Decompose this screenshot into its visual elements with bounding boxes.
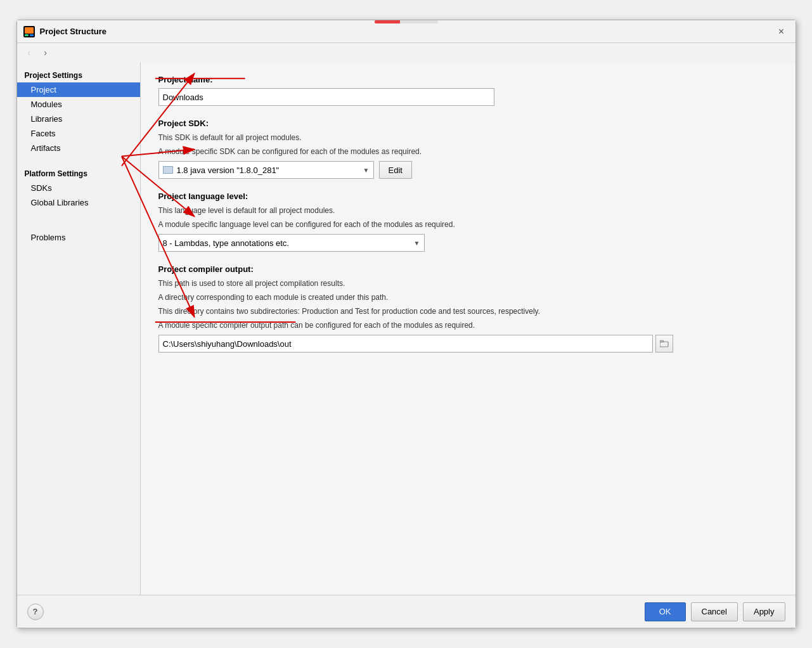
compiler-output-section: Project compiler output: This path is us… [158, 264, 778, 353]
project-sdk-section: Project SDK: This SDK is default for all… [158, 119, 778, 179]
svg-rect-2 [25, 34, 29, 36]
sdk-select-text: 1.8 java version "1.8.0_281" [177, 165, 359, 175]
bottom-bar: ? OK Cancel Apply [17, 595, 796, 628]
title-bar: Project Structure × [17, 20, 796, 43]
sidebar-item-problems[interactable]: Problems [17, 230, 140, 245]
sdk-dropdown[interactable]: 1.8 java version "1.8.0_281" ▼ [158, 161, 374, 179]
sdk-desc2: A module specific SDK can be configured … [158, 146, 778, 157]
compiler-desc2: A directory corresponding to each module… [158, 292, 778, 303]
sidebar-item-project[interactable]: Project [17, 82, 140, 97]
lang-dropdown-arrow: ▼ [414, 240, 420, 247]
svg-rect-3 [30, 34, 34, 36]
sdk-dropdown-arrow: ▼ [363, 167, 370, 174]
help-button[interactable]: ? [27, 604, 44, 620]
ok-button[interactable]: OK [645, 602, 686, 621]
compiler-desc4: A module specific compiler output path c… [158, 320, 778, 331]
platform-settings-header: Platform Settings [17, 165, 140, 181]
project-settings-header: Project Settings [17, 67, 140, 82]
project-structure-dialog: Project Structure × ‹ › Project Settings… [16, 20, 796, 628]
compiler-output-label: Project compiler output: [158, 264, 778, 274]
main-content: Project Settings Project Modules Librari… [17, 62, 796, 595]
nav-bar: ‹ › [17, 43, 796, 62]
lang-dropdown[interactable]: 8 - Lambdas, type annotations etc. ▼ [158, 234, 425, 252]
project-lang-section: Project language level: This language le… [158, 191, 778, 252]
svg-rect-1 [25, 27, 34, 34]
browse-folder-button[interactable] [655, 335, 673, 353]
app-icon [23, 26, 35, 37]
forward-button[interactable]: › [39, 46, 53, 60]
progress-fill [375, 20, 400, 23]
sdk-row: 1.8 java version "1.8.0_281" ▼ Edit [158, 161, 778, 179]
project-name-input[interactable] [158, 88, 494, 106]
content-area: Project name: Project SDK: This SDK is d… [141, 62, 796, 595]
dialog-title: Project Structure [40, 27, 769, 36]
lang-select-text: 8 - Lambdas, type annotations etc. [163, 238, 410, 248]
sidebar-item-facets[interactable]: Facets [17, 126, 140, 141]
project-sdk-label: Project SDK: [158, 119, 778, 128]
apply-button[interactable]: Apply [743, 602, 785, 621]
sidebar-item-modules[interactable]: Modules [17, 97, 140, 112]
output-row [158, 335, 778, 353]
close-button[interactable]: × [774, 24, 789, 39]
action-buttons: OK Cancel Apply [645, 602, 785, 621]
sidebar-item-libraries[interactable]: Libraries [17, 112, 140, 126]
edit-sdk-button[interactable]: Edit [379, 161, 412, 179]
cancel-button[interactable]: Cancel [691, 602, 738, 621]
lang-desc2: A module specific language level can be … [158, 219, 778, 230]
sdk-desc1: This SDK is default for all project modu… [158, 132, 778, 143]
sidebar-item-sdks[interactable]: SDKs [17, 181, 140, 195]
sdk-folder-icon [163, 166, 173, 174]
back-button[interactable]: ‹ [22, 46, 36, 60]
compiler-desc3: This directory contains two subdirectori… [158, 306, 778, 317]
sidebar-item-artifacts[interactable]: Artifacts [17, 141, 140, 155]
progress-bar [375, 20, 438, 23]
compiler-output-input[interactable] [158, 335, 653, 353]
project-lang-label: Project language level: [158, 191, 778, 201]
sidebar: Project Settings Project Modules Librari… [17, 62, 141, 595]
project-name-label: Project name: [158, 75, 778, 84]
sidebar-item-global-libraries[interactable]: Global Libraries [17, 195, 140, 210]
project-name-section: Project name: [158, 75, 778, 106]
lang-desc1: This language level is default for all p… [158, 205, 778, 216]
compiler-desc1: This path is used to store all project c… [158, 278, 778, 289]
